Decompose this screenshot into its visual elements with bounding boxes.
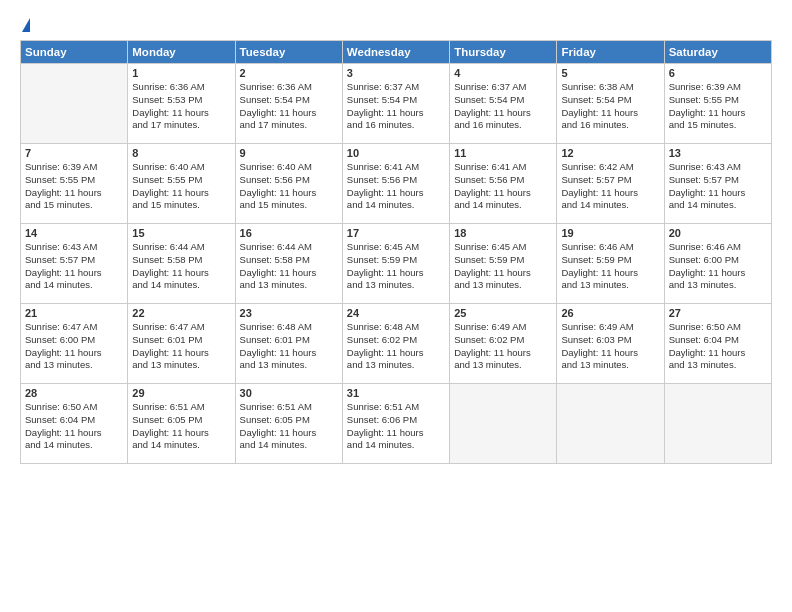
sunset-text: Sunset: 5:56 PM xyxy=(454,174,552,187)
daylight-line1: Daylight: 11 hours xyxy=(132,267,230,280)
header xyxy=(20,15,772,32)
day-number: 10 xyxy=(347,147,445,159)
sunrise-text: Sunrise: 6:50 AM xyxy=(25,401,123,414)
daylight-line2: and 14 minutes. xyxy=(25,279,123,292)
daylight-line2: and 13 minutes. xyxy=(347,279,445,292)
day-number: 3 xyxy=(347,67,445,79)
day-number: 16 xyxy=(240,227,338,239)
daylight-line1: Daylight: 11 hours xyxy=(561,267,659,280)
sunset-text: Sunset: 5:59 PM xyxy=(454,254,552,267)
daylight-line1: Daylight: 11 hours xyxy=(25,427,123,440)
calendar-cell: 16Sunrise: 6:44 AMSunset: 5:58 PMDayligh… xyxy=(235,224,342,304)
sunset-text: Sunset: 5:54 PM xyxy=(347,94,445,107)
daylight-line1: Daylight: 11 hours xyxy=(347,427,445,440)
sunrise-text: Sunrise: 6:40 AM xyxy=(240,161,338,174)
calendar-cell: 30Sunrise: 6:51 AMSunset: 6:05 PMDayligh… xyxy=(235,384,342,464)
calendar-cell: 23Sunrise: 6:48 AMSunset: 6:01 PMDayligh… xyxy=(235,304,342,384)
daylight-line2: and 14 minutes. xyxy=(240,439,338,452)
sunrise-text: Sunrise: 6:47 AM xyxy=(25,321,123,334)
calendar-week-row: 21Sunrise: 6:47 AMSunset: 6:00 PMDayligh… xyxy=(21,304,772,384)
calendar-week-row: 14Sunrise: 6:43 AMSunset: 5:57 PMDayligh… xyxy=(21,224,772,304)
calendar-cell: 4Sunrise: 6:37 AMSunset: 5:54 PMDaylight… xyxy=(450,64,557,144)
daylight-line2: and 13 minutes. xyxy=(561,279,659,292)
day-number: 13 xyxy=(669,147,767,159)
daylight-line2: and 14 minutes. xyxy=(132,439,230,452)
sunset-text: Sunset: 5:57 PM xyxy=(669,174,767,187)
calendar-cell: 18Sunrise: 6:45 AMSunset: 5:59 PMDayligh… xyxy=(450,224,557,304)
daylight-line1: Daylight: 11 hours xyxy=(669,347,767,360)
daylight-line2: and 14 minutes. xyxy=(454,199,552,212)
calendar-cell: 31Sunrise: 6:51 AMSunset: 6:06 PMDayligh… xyxy=(342,384,449,464)
calendar-cell: 5Sunrise: 6:38 AMSunset: 5:54 PMDaylight… xyxy=(557,64,664,144)
sunset-text: Sunset: 6:00 PM xyxy=(669,254,767,267)
daylight-line1: Daylight: 11 hours xyxy=(347,187,445,200)
sunset-text: Sunset: 6:05 PM xyxy=(132,414,230,427)
sunset-text: Sunset: 6:02 PM xyxy=(454,334,552,347)
day-number: 24 xyxy=(347,307,445,319)
calendar-cell xyxy=(664,384,771,464)
sunrise-text: Sunrise: 6:39 AM xyxy=(669,81,767,94)
day-number: 6 xyxy=(669,67,767,79)
calendar-cell: 6Sunrise: 6:39 AMSunset: 5:55 PMDaylight… xyxy=(664,64,771,144)
sunset-text: Sunset: 5:59 PM xyxy=(561,254,659,267)
calendar-cell: 19Sunrise: 6:46 AMSunset: 5:59 PMDayligh… xyxy=(557,224,664,304)
weekday-header: Saturday xyxy=(664,41,771,64)
sunset-text: Sunset: 6:00 PM xyxy=(25,334,123,347)
daylight-line2: and 14 minutes. xyxy=(25,439,123,452)
daylight-line2: and 13 minutes. xyxy=(240,279,338,292)
day-number: 31 xyxy=(347,387,445,399)
daylight-line2: and 13 minutes. xyxy=(240,359,338,372)
day-number: 7 xyxy=(25,147,123,159)
day-number: 29 xyxy=(132,387,230,399)
daylight-line2: and 14 minutes. xyxy=(669,199,767,212)
calendar-cell: 10Sunrise: 6:41 AMSunset: 5:56 PMDayligh… xyxy=(342,144,449,224)
sunset-text: Sunset: 5:58 PM xyxy=(132,254,230,267)
calendar-cell: 24Sunrise: 6:48 AMSunset: 6:02 PMDayligh… xyxy=(342,304,449,384)
sunrise-text: Sunrise: 6:50 AM xyxy=(669,321,767,334)
weekday-header-row: SundayMondayTuesdayWednesdayThursdayFrid… xyxy=(21,41,772,64)
sunrise-text: Sunrise: 6:43 AM xyxy=(669,161,767,174)
calendar-cell: 15Sunrise: 6:44 AMSunset: 5:58 PMDayligh… xyxy=(128,224,235,304)
daylight-line2: and 17 minutes. xyxy=(240,119,338,132)
calendar-cell: 13Sunrise: 6:43 AMSunset: 5:57 PMDayligh… xyxy=(664,144,771,224)
sunset-text: Sunset: 5:55 PM xyxy=(25,174,123,187)
sunrise-text: Sunrise: 6:46 AM xyxy=(561,241,659,254)
day-number: 17 xyxy=(347,227,445,239)
sunset-text: Sunset: 6:05 PM xyxy=(240,414,338,427)
weekday-header: Tuesday xyxy=(235,41,342,64)
daylight-line1: Daylight: 11 hours xyxy=(240,187,338,200)
daylight-line2: and 15 minutes. xyxy=(132,199,230,212)
day-number: 22 xyxy=(132,307,230,319)
sunrise-text: Sunrise: 6:46 AM xyxy=(669,241,767,254)
sunset-text: Sunset: 5:55 PM xyxy=(132,174,230,187)
calendar-week-row: 28Sunrise: 6:50 AMSunset: 6:04 PMDayligh… xyxy=(21,384,772,464)
sunset-text: Sunset: 6:06 PM xyxy=(347,414,445,427)
day-number: 30 xyxy=(240,387,338,399)
calendar-cell: 7Sunrise: 6:39 AMSunset: 5:55 PMDaylight… xyxy=(21,144,128,224)
daylight-line2: and 14 minutes. xyxy=(132,279,230,292)
sunrise-text: Sunrise: 6:51 AM xyxy=(347,401,445,414)
daylight-line2: and 13 minutes. xyxy=(561,359,659,372)
sunset-text: Sunset: 5:54 PM xyxy=(561,94,659,107)
daylight-line2: and 16 minutes. xyxy=(454,119,552,132)
calendar-cell: 22Sunrise: 6:47 AMSunset: 6:01 PMDayligh… xyxy=(128,304,235,384)
calendar-cell xyxy=(21,64,128,144)
daylight-line2: and 14 minutes. xyxy=(347,439,445,452)
daylight-line1: Daylight: 11 hours xyxy=(240,267,338,280)
day-number: 4 xyxy=(454,67,552,79)
day-number: 2 xyxy=(240,67,338,79)
daylight-line1: Daylight: 11 hours xyxy=(240,107,338,120)
day-number: 25 xyxy=(454,307,552,319)
daylight-line1: Daylight: 11 hours xyxy=(132,427,230,440)
daylight-line2: and 13 minutes. xyxy=(454,279,552,292)
sunrise-text: Sunrise: 6:44 AM xyxy=(132,241,230,254)
daylight-line1: Daylight: 11 hours xyxy=(454,107,552,120)
logo-triangle-icon xyxy=(22,18,30,32)
calendar-cell: 2Sunrise: 6:36 AMSunset: 5:54 PMDaylight… xyxy=(235,64,342,144)
sunset-text: Sunset: 6:01 PM xyxy=(240,334,338,347)
sunrise-text: Sunrise: 6:51 AM xyxy=(240,401,338,414)
calendar-cell: 1Sunrise: 6:36 AMSunset: 5:53 PMDaylight… xyxy=(128,64,235,144)
weekday-header: Sunday xyxy=(21,41,128,64)
sunrise-text: Sunrise: 6:39 AM xyxy=(25,161,123,174)
sunset-text: Sunset: 5:53 PM xyxy=(132,94,230,107)
